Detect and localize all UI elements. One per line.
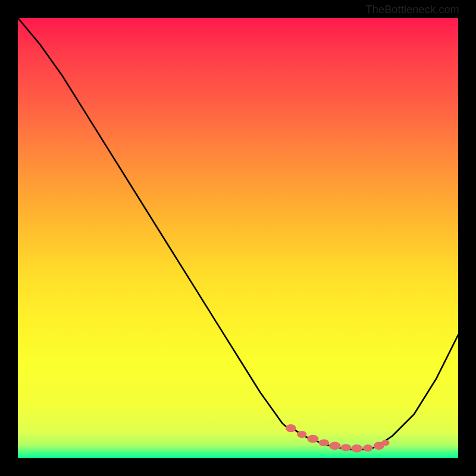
chart-svg (18, 18, 458, 458)
chart-plot-area (18, 18, 458, 458)
bottleneck-curve (18, 18, 458, 449)
svg-point-7 (363, 444, 372, 452)
svg-point-1 (297, 431, 306, 438)
svg-point-3 (318, 439, 329, 446)
credit-label: TheBottleneck.com (366, 4, 459, 16)
svg-point-5 (340, 444, 351, 451)
svg-point-4 (329, 442, 340, 450)
svg-point-2 (307, 435, 318, 443)
svg-point-6 (351, 444, 362, 452)
svg-point-9 (381, 440, 389, 446)
svg-point-0 (286, 424, 296, 432)
chart-frame: TheBottleneck.com (0, 0, 476, 476)
